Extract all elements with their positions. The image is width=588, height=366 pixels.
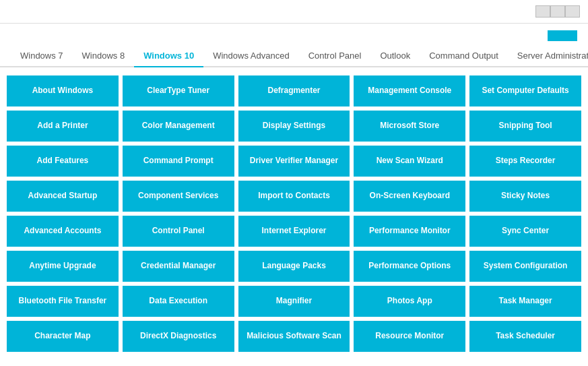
- grid-button-add-features[interactable]: Add Features: [7, 146, 119, 177]
- button-grid: About WindowsClearType TunerDefragmenter…: [7, 75, 581, 352]
- grid-button-task-manager[interactable]: Task Manager: [469, 286, 581, 317]
- grid-button-new-scan-wizard[interactable]: New Scan Wizard: [354, 146, 465, 177]
- minimize-button[interactable]: [535, 5, 550, 18]
- close-button[interactable]: [565, 5, 580, 18]
- grid-button-performance-monitor[interactable]: Performance Monitor: [354, 216, 465, 247]
- grid-button-credential-manager[interactable]: Credential Manager: [123, 251, 234, 282]
- grid-button-cleartype-tuner[interactable]: ClearType Tuner: [123, 75, 234, 106]
- options-button[interactable]: [548, 30, 577, 41]
- grid-button-import-to-contacts[interactable]: Import to Contacts: [238, 181, 350, 212]
- grid-button-display-settings[interactable]: Display Settings: [238, 111, 350, 142]
- grid-button-color-management[interactable]: Color Management: [123, 111, 234, 142]
- grid-button-internet-explorer[interactable]: Internet Explorer: [238, 216, 350, 247]
- app-header: [0, 24, 588, 45]
- grid-button-component-services[interactable]: Component Services: [123, 181, 234, 212]
- grid-button-about-windows[interactable]: About Windows: [7, 75, 119, 106]
- tab-windows-10[interactable]: Windows 10: [134, 45, 203, 67]
- tab-windows-7[interactable]: Windows 7: [11, 45, 73, 67]
- grid-button-resource-monitor[interactable]: Resource Monitor: [354, 321, 465, 352]
- grid-button-directx-diagnostics[interactable]: DirectX Diagnostics: [123, 321, 234, 352]
- grid-button-on-screen-keyboard[interactable]: On-Screen Keyboard: [354, 181, 465, 212]
- grid-button-data-execution[interactable]: Data Execution: [123, 286, 234, 317]
- grid-button-command-prompt[interactable]: Command Prompt: [123, 146, 234, 177]
- grid-button-bluetooth-file-transfer[interactable]: Bluetooth File Transfer: [7, 286, 119, 317]
- grid-button-task-scheduler[interactable]: Task Scheduler: [469, 321, 581, 352]
- tab-command-output[interactable]: Command Output: [420, 45, 508, 67]
- grid-button-sync-center[interactable]: Sync Center: [469, 216, 581, 247]
- grid-button-steps-recorder[interactable]: Steps Recorder: [469, 146, 581, 177]
- tab-control-panel[interactable]: Control Panel: [299, 45, 371, 67]
- grid-button-sticky-notes[interactable]: Sticky Notes: [469, 181, 581, 212]
- grid-button-snipping-tool[interactable]: Snipping Tool: [469, 111, 581, 142]
- grid-button-character-map[interactable]: Character Map: [7, 321, 119, 352]
- grid-button-malicious-software-scan[interactable]: Malicious Software Scan: [238, 321, 350, 352]
- title-bar: [0, 0, 588, 24]
- grid-button-advanced-accounts[interactable]: Advanced Accounts: [7, 216, 119, 247]
- tab-outlook[interactable]: Outlook: [370, 45, 420, 67]
- tab-windows-8[interactable]: Windows 8: [73, 45, 135, 67]
- grid-button-performance-options[interactable]: Performance Options: [354, 251, 465, 282]
- restore-button[interactable]: [550, 5, 565, 18]
- grid-button-driver-verifier-manager[interactable]: Driver Verifier Manager: [238, 146, 350, 177]
- tab-bar: Windows 7Windows 8Windows 10Windows Adva…: [0, 45, 588, 67]
- grid-button-magnifier[interactable]: Magnifier: [238, 286, 350, 317]
- tab-windows-advanced[interactable]: Windows Advanced: [203, 45, 298, 67]
- grid-button-management-console[interactable]: Management Console: [354, 75, 465, 106]
- grid-button-language-packs[interactable]: Language Packs: [238, 251, 350, 282]
- grid-button-photos-app[interactable]: Photos App: [354, 286, 465, 317]
- grid-button-anytime-upgrade[interactable]: Anytime Upgrade: [7, 251, 119, 282]
- tab-server-administration[interactable]: Server Administration: [508, 45, 588, 67]
- grid-button-add-a-printer[interactable]: Add a Printer: [7, 111, 119, 142]
- grid-button-advanced-startup[interactable]: Advanced Startup: [7, 181, 119, 212]
- grid-button-microsoft-store[interactable]: Microsoft Store: [354, 111, 465, 142]
- grid-area: About WindowsClearType TunerDefragmenter…: [0, 67, 588, 360]
- grid-button-control-panel[interactable]: Control Panel: [123, 216, 234, 247]
- grid-button-set-computer-defaults[interactable]: Set Computer Defaults: [469, 75, 581, 106]
- grid-button-system-configuration[interactable]: System Configuration: [469, 251, 581, 282]
- grid-button-defragmenter[interactable]: Defragmenter: [238, 75, 350, 106]
